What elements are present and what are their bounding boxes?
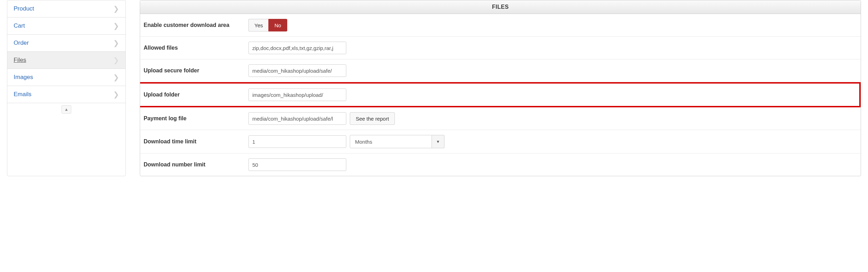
sidebar-item-cart[interactable]: Cart ❯ [7, 17, 125, 35]
row-allowed-files: Allowed files [140, 37, 861, 59]
select-time-unit[interactable]: Months ▼ [350, 135, 444, 148]
label-upload-secure-folder: Upload secure folder [144, 67, 248, 74]
label-download-time-limit: Download time limit [144, 138, 248, 145]
input-upload-secure-folder[interactable] [248, 64, 346, 77]
panel-title: FILES [140, 0, 861, 14]
files-panel: FILES Enable customer download area Yes … [140, 0, 861, 176]
select-time-unit-value: Months [350, 135, 432, 148]
sidebar-footer: ▲ [7, 103, 125, 117]
sidebar-item-label: Order [14, 40, 29, 46]
chevron-right-icon: ❯ [113, 39, 119, 47]
chevron-right-icon: ❯ [113, 56, 119, 64]
sidebar-item-label: Images [14, 74, 33, 81]
toggle-enable-download: Yes No [248, 19, 287, 31]
chevron-right-icon: ❯ [113, 22, 119, 30]
sidebar-item-images[interactable]: Images ❯ [7, 69, 125, 86]
sidebar-item-order[interactable]: Order ❯ [7, 35, 125, 52]
label-upload-folder: Upload folder [144, 92, 248, 98]
input-upload-folder[interactable] [248, 88, 346, 101]
label-download-number-limit: Download number limit [144, 162, 248, 168]
sidebar-item-emails[interactable]: Emails ❯ [7, 86, 125, 103]
label-allowed-files: Allowed files [144, 45, 248, 51]
sidebar-item-files[interactable]: Files ❯ [7, 52, 125, 69]
input-allowed-files[interactable] [248, 42, 346, 54]
row-download-number-limit: Download number limit [140, 153, 861, 176]
chevron-right-icon: ❯ [113, 90, 119, 99]
row-upload-folder: Upload folder [140, 82, 861, 107]
toggle-no-button[interactable]: No [268, 19, 287, 31]
row-payment-log-file: Payment log file See the report [140, 107, 861, 130]
input-download-number-limit[interactable] [248, 158, 346, 171]
sidebar-item-label: Cart [14, 22, 25, 29]
label-enable-download-area: Enable customer download area [144, 22, 248, 28]
row-upload-secure-folder: Upload secure folder [140, 59, 861, 82]
row-enable-download-area: Enable customer download area Yes No [140, 14, 861, 37]
sidebar-item-label: Product [14, 5, 34, 12]
chevron-right-icon: ❯ [113, 73, 119, 81]
collapse-button[interactable]: ▲ [62, 105, 71, 114]
sidebar: Product ❯ Cart ❯ Order ❯ Files ❯ Images … [7, 0, 126, 176]
input-payment-log-file[interactable] [248, 112, 346, 125]
caret-down-icon[interactable]: ▼ [432, 135, 444, 148]
main-content: FILES Enable customer download area Yes … [140, 0, 868, 176]
input-download-time-limit[interactable] [248, 135, 346, 148]
sidebar-item-label: Files [14, 57, 26, 64]
label-payment-log-file: Payment log file [144, 115, 248, 122]
eject-icon: ▲ [64, 107, 68, 112]
sidebar-item-label: Emails [14, 91, 31, 98]
row-download-time-limit: Download time limit Months ▼ [140, 130, 861, 153]
toggle-yes-button[interactable]: Yes [248, 19, 268, 31]
see-report-button[interactable]: See the report [350, 112, 395, 125]
chevron-right-icon: ❯ [113, 5, 119, 13]
sidebar-item-product[interactable]: Product ❯ [7, 0, 125, 17]
